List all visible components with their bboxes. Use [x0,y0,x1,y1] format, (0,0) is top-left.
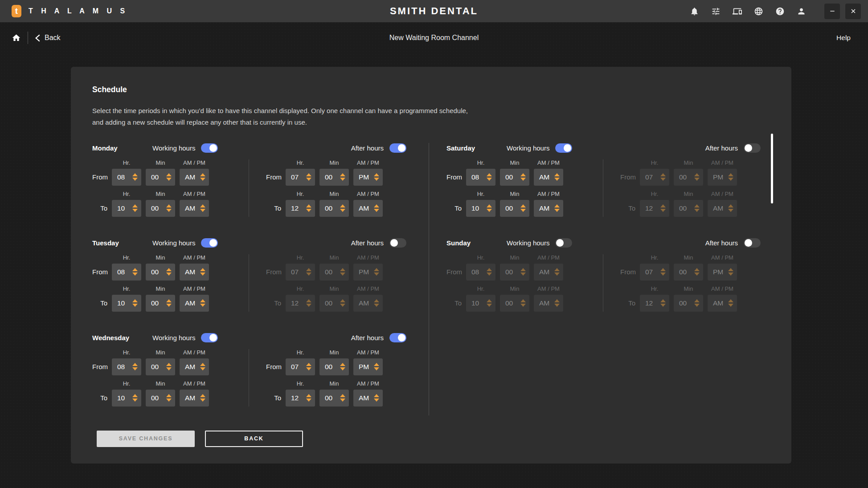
ampm-stepper[interactable]: AM [180,264,209,281]
arrow-up-icon[interactable] [306,268,311,271]
arrow-down-icon[interactable] [374,304,379,307]
arrow-down-icon[interactable] [340,272,345,276]
stepper-arrows[interactable] [200,299,205,307]
minute-stepper[interactable]: 00 [146,169,175,186]
back-nav-button[interactable]: Back [35,34,61,42]
after-hours-toggle[interactable] [389,238,406,248]
stepper-arrows[interactable] [694,299,700,307]
ampm-stepper[interactable]: AM [534,169,563,186]
arrow-down-icon[interactable] [132,209,138,212]
ampm-stepper[interactable]: AM [180,390,209,407]
hour-stepper[interactable]: 12 [640,200,669,217]
account-icon[interactable] [797,7,806,16]
stepper-arrows[interactable] [132,173,138,181]
hour-stepper[interactable]: 08 [112,169,141,186]
arrow-down-icon[interactable] [200,272,205,276]
stepper-arrows[interactable] [660,204,666,212]
stepper-arrows[interactable] [132,268,138,276]
arrow-down-icon[interactable] [132,178,138,181]
arrow-up-icon[interactable] [487,204,492,207]
arrow-up-icon[interactable] [694,204,700,207]
hour-stepper[interactable]: 12 [286,200,315,217]
minute-stepper[interactable]: 00 [500,200,529,217]
minute-stepper[interactable]: 00 [500,264,529,281]
stepper-arrows[interactable] [340,204,345,212]
arrow-up-icon[interactable] [694,299,700,302]
stepper-arrows[interactable] [374,173,379,181]
stepper-arrows[interactable] [554,299,560,307]
working-hours-toggle[interactable] [201,333,218,342]
save-changes-button[interactable]: SAVE CHANGES [97,431,195,447]
hour-stepper[interactable]: 10 [466,200,495,217]
ampm-stepper[interactable]: AM [180,169,209,186]
arrow-down-icon[interactable] [132,304,138,307]
arrow-up-icon[interactable] [660,268,666,271]
arrow-up-icon[interactable] [132,204,138,207]
stepper-arrows[interactable] [728,299,733,307]
hour-stepper[interactable]: 07 [640,264,669,281]
arrow-up-icon[interactable] [660,173,666,176]
arrow-down-icon[interactable] [487,272,492,276]
hour-stepper[interactable]: 07 [640,169,669,186]
stepper-arrows[interactable] [554,204,560,212]
stepper-arrows[interactable] [520,173,526,181]
arrow-down-icon[interactable] [554,272,560,276]
arrow-up-icon[interactable] [166,173,172,176]
arrow-down-icon[interactable] [340,367,345,370]
arrow-up-icon[interactable] [554,173,560,176]
arrow-down-icon[interactable] [306,178,311,181]
arrow-down-icon[interactable] [166,399,172,402]
ampm-stepper[interactable]: AM [180,200,209,217]
arrow-down-icon[interactable] [306,209,311,212]
help-link[interactable]: Help [836,34,851,42]
arrow-down-icon[interactable] [694,272,700,276]
stepper-arrows[interactable] [200,363,205,370]
arrow-up-icon[interactable] [306,299,311,302]
working-hours-toggle[interactable] [201,238,218,248]
minute-stepper[interactable]: 00 [146,358,175,375]
arrow-down-icon[interactable] [374,367,379,370]
hour-stepper[interactable]: 10 [112,200,141,217]
hour-stepper[interactable]: 10 [112,295,141,312]
stepper-arrows[interactable] [694,173,700,181]
arrow-down-icon[interactable] [694,304,700,307]
minute-stepper[interactable]: 00 [319,264,349,281]
stepper-arrows[interactable] [340,299,345,307]
arrow-up-icon[interactable] [306,173,311,176]
arrow-up-icon[interactable] [694,173,700,176]
minute-stepper[interactable]: 00 [500,295,529,312]
ampm-stepper[interactable]: AM [180,295,209,312]
language-globe-icon[interactable] [754,7,763,16]
arrow-up-icon[interactable] [340,173,345,176]
ampm-stepper[interactable]: AM [180,358,209,375]
arrow-down-icon[interactable] [340,209,345,212]
arrow-up-icon[interactable] [166,299,172,302]
arrow-down-icon[interactable] [728,272,733,276]
arrow-up-icon[interactable] [166,363,172,366]
arrow-down-icon[interactable] [340,178,345,181]
arrow-up-icon[interactable] [132,299,138,302]
arrow-up-icon[interactable] [200,204,205,207]
ampm-stepper[interactable]: PM [708,169,737,186]
arrow-down-icon[interactable] [306,304,311,307]
stepper-arrows[interactable] [694,204,700,212]
arrow-up-icon[interactable] [340,204,345,207]
stepper-arrows[interactable] [487,204,492,212]
arrow-up-icon[interactable] [132,173,138,176]
ampm-stepper[interactable]: AM [534,264,563,281]
arrow-down-icon[interactable] [306,272,311,276]
hour-stepper[interactable]: 10 [112,390,141,407]
hour-stepper[interactable]: 07 [286,169,315,186]
arrow-down-icon[interactable] [660,209,666,212]
arrow-down-icon[interactable] [554,178,560,181]
minimize-button[interactable] [824,4,840,19]
arrow-down-icon[interactable] [166,209,172,212]
stepper-arrows[interactable] [374,299,379,307]
stepper-arrows[interactable] [728,268,733,276]
ampm-stepper[interactable]: AM [708,295,737,312]
arrow-down-icon[interactable] [166,367,172,370]
hour-stepper[interactable]: 08 [466,169,495,186]
stepper-arrows[interactable] [487,173,492,181]
arrow-up-icon[interactable] [728,268,733,271]
stepper-arrows[interactable] [660,268,666,276]
